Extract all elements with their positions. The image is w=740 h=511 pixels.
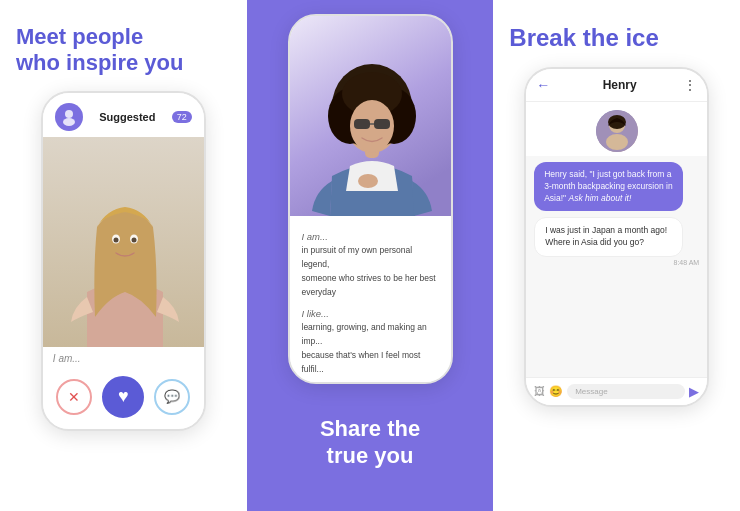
section3-heading: Break the ice xyxy=(509,24,724,53)
phone-mockup-3: ← Henry ⋮ Henry said, "I just got back f… xyxy=(524,67,709,407)
chat-messages: Henry said, "I just got back from a 3-mo… xyxy=(526,156,707,377)
action-bar: ✕ ♥ 💬 xyxy=(43,368,204,428)
chat-avatar-row xyxy=(526,102,707,156)
message-button[interactable]: 💬 xyxy=(154,379,190,415)
section-meet-people: Meet people who inspire you Suggested 72 xyxy=(0,0,247,511)
emoji-icon[interactable]: 😊 xyxy=(549,385,563,398)
chat-toolbar: 🖼 😊 xyxy=(534,385,563,398)
svg-rect-19 xyxy=(374,119,390,129)
phone-mockup-2: I am... in pursuit of my own personal le… xyxy=(288,14,453,384)
chat-contact-avatar xyxy=(596,110,638,152)
message-bubble-1: Henry said, "I just got back from a 3-mo… xyxy=(534,162,683,212)
svg-point-1 xyxy=(63,118,75,126)
svg-point-24 xyxy=(606,134,628,150)
section-break-ice: Break the ice ← Henry ⋮ xyxy=(493,0,740,511)
bio-section-1: I am... in pursuit of my own personal le… xyxy=(302,230,439,299)
suggested-label: Suggested xyxy=(99,111,155,123)
profile-photo-2 xyxy=(290,16,451,216)
chat-input-bar: 🖼 😊 Message ▶ xyxy=(526,377,707,405)
svg-rect-18 xyxy=(354,119,370,129)
svg-point-0 xyxy=(65,110,73,118)
like-button[interactable]: ♥ xyxy=(102,376,144,418)
svg-point-21 xyxy=(358,174,378,188)
message-bubble-2: I was just in Japan a month ago! Where i… xyxy=(534,217,683,257)
dislike-button[interactable]: ✕ xyxy=(56,379,92,415)
phone1-header: Suggested 72 xyxy=(43,93,204,137)
heart-icon: ♥ xyxy=(118,386,129,407)
svg-point-8 xyxy=(113,237,118,242)
image-icon[interactable]: 🖼 xyxy=(534,385,545,398)
i-am-label: I am... xyxy=(43,347,204,368)
profile-photo xyxy=(43,137,204,347)
suggested-badge: 72 xyxy=(172,111,192,123)
bio-section-2: I like... learning, growing, and making … xyxy=(302,307,439,376)
chat-icon: 💬 xyxy=(164,389,180,404)
chat-header: ← Henry ⋮ xyxy=(526,69,707,102)
send-button[interactable]: ▶ xyxy=(689,384,699,399)
message-timestamp: 8:48 AM xyxy=(534,259,699,266)
back-button[interactable]: ← xyxy=(536,77,550,93)
svg-point-9 xyxy=(131,237,136,242)
menu-button[interactable]: ⋮ xyxy=(683,77,697,93)
bio-content: I am... in pursuit of my own personal le… xyxy=(290,216,451,384)
message-input[interactable]: Message xyxy=(567,384,685,399)
chat-contact-name: Henry xyxy=(556,78,683,92)
message-2-wrapper: I was just in Japan a month ago! Where i… xyxy=(534,217,699,266)
phone-mockup-1: Suggested 72 xyxy=(41,91,206,431)
avatar xyxy=(55,103,83,131)
section-share-you: I am... in pursuit of my own personal le… xyxy=(247,0,494,511)
section2-heading: Share the true you xyxy=(247,416,494,469)
section1-heading: Meet people who inspire you xyxy=(16,24,231,77)
